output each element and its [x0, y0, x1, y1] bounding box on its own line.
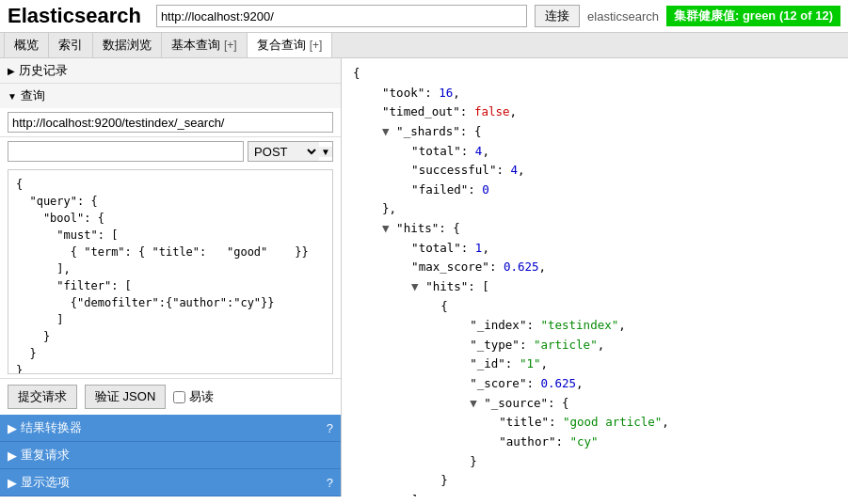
json-output: { "took": 16, "timed_out": false, ▼ "_sh… — [353, 64, 837, 496]
json-line: } — [353, 452, 837, 472]
tab-overview[interactable]: 概览 — [4, 33, 49, 57]
method-row: POST GET PUT DELETE ▼ — [0, 137, 341, 165]
method-selector[interactable]: POST GET PUT DELETE ▼ — [248, 141, 333, 162]
history-label: 历史记录 — [19, 62, 68, 79]
json-line: { — [353, 64, 837, 84]
validate-json-button[interactable]: 验证 JSON — [85, 385, 166, 409]
json-line: ▼ "_source": { — [353, 394, 837, 414]
json-line: "_type": "article", — [353, 336, 837, 355]
tab-complex-query[interactable]: 复合查询 [+] — [248, 33, 333, 57]
query-url-input[interactable] — [8, 112, 333, 133]
json-line: "_id": "1", — [353, 354, 837, 374]
show-options-help-icon[interactable]: ? — [327, 476, 333, 490]
app-title: Elasticsearch — [8, 4, 141, 28]
easyread-label[interactable]: 易读 — [173, 388, 214, 405]
show-options-label: 显示选项 — [21, 474, 70, 491]
complex-query-plus-icon[interactable]: [+] — [310, 39, 323, 52]
cluster-name: elasticsearch — [587, 9, 659, 24]
server-url-input[interactable] — [156, 5, 527, 27]
json-line: { — [353, 297, 837, 317]
query-arrow-icon: ▼ — [8, 91, 17, 102]
query-content — [0, 108, 341, 136]
basic-query-plus-icon[interactable]: [+] — [224, 39, 237, 52]
repeat-request-item[interactable]: ▶ 重复请求 — [0, 442, 341, 469]
json-line: "total": 4, — [353, 142, 837, 162]
health-badge: 集群健康值: green (12 of 12) — [666, 6, 840, 26]
json-line: "title": "good article", — [353, 413, 837, 433]
source-toggle[interactable]: ▼ — [470, 396, 477, 410]
left-panel: ▶ 历史记录 ▼ 查询 POST GET PUT DELETE — [0, 58, 342, 496]
easyread-checkbox[interactable] — [173, 391, 185, 403]
easyread-text: 易读 — [189, 388, 214, 405]
main-layout: ▶ 历史记录 ▼ 查询 POST GET PUT DELETE — [0, 58, 848, 496]
query-section: ▼ 查询 — [0, 84, 341, 137]
result-converter-arrow-icon: ▶ — [8, 421, 17, 435]
right-panel: { "took": 16, "timed_out": false, ▼ "_sh… — [342, 58, 848, 496]
show-options-left: ▶ 显示选项 — [8, 474, 70, 491]
json-line: "failed": 0 — [353, 181, 837, 200]
query-toggle[interactable]: ▼ 查询 — [0, 84, 341, 108]
history-arrow-icon: ▶ — [8, 66, 15, 76]
nav-tabs: 概览 索引 数据浏览 基本查询 [+] 复合查询 [+] — [0, 33, 848, 58]
submit-button[interactable]: 提交请求 — [8, 385, 77, 409]
result-converter-help-icon[interactable]: ? — [327, 421, 333, 435]
hits-array-toggle[interactable]: ▼ — [411, 279, 419, 293]
json-line: "took": 16, — [353, 84, 837, 103]
history-toggle[interactable]: ▶ 历史记录 — [0, 58, 341, 83]
connect-button[interactable]: 连接 — [535, 5, 580, 27]
show-options-item[interactable]: ▶ 显示选项 ? — [0, 469, 341, 496]
method-dropdown-icon[interactable]: ▼ — [319, 147, 332, 157]
json-line: "_score": 0.625, — [353, 374, 837, 394]
hits-toggle[interactable]: ▼ — [382, 221, 390, 235]
shards-toggle[interactable]: ▼ — [382, 124, 390, 138]
tab-complex-query-label: 复合查询 — [257, 37, 306, 54]
json-line: } — [353, 471, 837, 491]
result-converter-item[interactable]: ▶ 结果转换器 ? — [0, 415, 341, 442]
history-section: ▶ 历史记录 — [0, 58, 341, 84]
json-line: "max_score": 0.625, — [353, 258, 837, 277]
bottom-action-bar: 提交请求 验证 JSON 易读 — [0, 378, 341, 415]
result-converter-label: 结果转换器 — [21, 419, 82, 436]
json-line: "total": 1, — [353, 239, 837, 259]
header: Elasticsearch 连接 elasticsearch 集群健康值: gr… — [0, 0, 848, 33]
tab-index[interactable]: 索引 — [49, 33, 93, 57]
tab-basic-query-label: 基本查询 — [171, 37, 220, 54]
result-converter-left: ▶ 结果转换器 — [8, 419, 82, 436]
json-line: ▼ "hits": [ — [353, 277, 837, 297]
json-line: "author": "cy" — [353, 433, 837, 452]
tab-basic-query[interactable]: 基本查询 [+] — [162, 33, 248, 57]
repeat-request-label: 重复请求 — [21, 447, 70, 464]
json-line: "_index": "testindex", — [353, 316, 837, 336]
tab-data-browser[interactable]: 数据浏览 — [93, 33, 162, 57]
json-line: }, — [353, 199, 837, 219]
json-line: ▼ "hits": { — [353, 219, 837, 239]
json-line: ▼ "_shards": { — [353, 122, 837, 142]
query-label: 查询 — [21, 87, 45, 104]
method-select[interactable]: POST GET PUT DELETE — [248, 142, 319, 161]
query-editor[interactable]: { "query": { "bool": { "must": [ { "term… — [8, 169, 333, 374]
json-line: ] — [353, 491, 837, 496]
repeat-request-arrow-icon: ▶ — [8, 449, 17, 463]
json-line: "successful": 4, — [353, 161, 837, 181]
json-line: "timed_out": false, — [353, 102, 837, 122]
repeat-request-left: ▶ 重复请求 — [8, 447, 70, 464]
show-options-arrow-icon: ▶ — [8, 476, 17, 490]
request-path-input[interactable] — [8, 141, 244, 162]
